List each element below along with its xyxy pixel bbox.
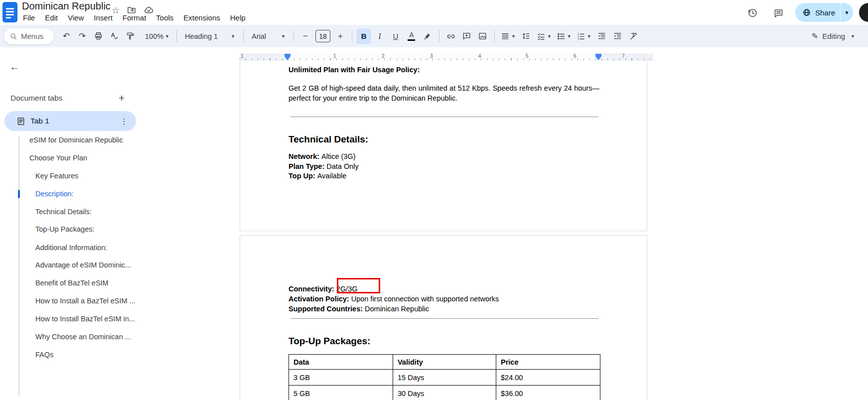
field-line: Connectivity:2G/3G	[289, 284, 499, 294]
technical-details-fields[interactable]: Network:Altice (3G) Plan Type:Data Only …	[289, 152, 359, 181]
font-family-select[interactable]: Arial▼	[248, 28, 289, 44]
menu-format[interactable]: Format	[118, 12, 151, 23]
outline-item[interactable]: Key Features	[35, 172, 78, 180]
document-page-2[interactable]: Connectivity:2G/3G Activation Policy:Upo…	[240, 235, 647, 400]
menu-view[interactable]: View	[63, 12, 89, 23]
google-docs-logo-icon[interactable]	[2, 2, 17, 22]
field-line: Plan Type:Data Only	[289, 162, 359, 172]
insert-image-icon[interactable]	[475, 28, 490, 44]
outline-item[interactable]: How to Install a BazTel eSIM ...	[35, 297, 136, 305]
paragraph-bold-heading[interactable]: Unlimited Plan with Fair Usage Policy:	[289, 66, 420, 74]
checklist-icon[interactable]: ▼	[535, 28, 554, 44]
zoom-select[interactable]: 100%▼	[142, 28, 172, 44]
table-cell[interactable]: 30 Days	[393, 386, 496, 400]
decrease-indent-icon[interactable]	[594, 28, 609, 44]
underline-button[interactable]: U	[388, 28, 403, 44]
outline-item[interactable]: FAQs	[35, 351, 53, 359]
line-spacing-icon[interactable]	[519, 28, 534, 44]
account-avatar[interactable]	[859, 3, 868, 22]
paragraph-style-select[interactable]: Heading 1▼	[181, 28, 239, 44]
pencil-icon: ✎	[812, 31, 818, 41]
insert-link-icon[interactable]	[443, 28, 458, 44]
italic-button[interactable]: I	[372, 28, 387, 44]
menubar: File Edit View Insert Format Tools Exten…	[18, 12, 251, 23]
menu-file[interactable]: File	[18, 12, 40, 23]
table-header-cell[interactable]: Validity	[393, 355, 496, 370]
table-header-row: Data Validity Price	[289, 355, 600, 370]
section-heading[interactable]: Top-Up Packages:	[289, 336, 370, 347]
field-line: Supported Countries:Dominican Republic	[289, 304, 499, 314]
share-dropdown-caret[interactable]: ▼	[841, 10, 853, 15]
comments-icon[interactable]	[769, 4, 787, 22]
menu-extensions[interactable]: Extensions	[178, 12, 225, 23]
table-cell[interactable]: $36.00	[496, 386, 600, 400]
right-indent-marker-triangle[interactable]	[595, 56, 601, 60]
outline-item[interactable]: Benefit of BazTel eSIM	[35, 279, 109, 287]
toolbar: Menus ↶ ↷ 100%▼ Heading 1▼ Arial▼ − 18 +…	[0, 25, 868, 47]
undo-button[interactable]: ↶	[59, 28, 74, 44]
outline-item[interactable]: How to Install BazTel eSIM in...	[35, 315, 135, 323]
tab-options-icon[interactable]: ⋮	[120, 117, 128, 126]
table-row: 3 GB 15 Days $24.00	[289, 370, 600, 386]
menu-edit[interactable]: Edit	[40, 12, 63, 23]
outline-item[interactable]: eSIM for Dominican Republic	[29, 136, 123, 144]
outline-item[interactable]: Technical Details:	[35, 208, 92, 216]
bulleted-list-icon[interactable]: ▼	[555, 28, 574, 44]
table-header-cell[interactable]: Price	[496, 355, 600, 370]
decrease-font-size-button[interactable]: −	[298, 28, 313, 44]
outline-item-active[interactable]: Description:	[35, 190, 74, 198]
outline-active-indicator	[18, 190, 20, 198]
outline-item[interactable]: Top-Up Packages:	[35, 225, 94, 233]
document-page-1[interactable]: Unlimited Plan with Fair Usage Policy: G…	[240, 62, 647, 231]
table-cell[interactable]: $24.00	[496, 370, 600, 386]
table-cell[interactable]: 3 GB	[289, 370, 393, 386]
editing-mode-select[interactable]: ✎ Editing ▼	[812, 25, 855, 47]
highlight-color-icon[interactable]	[420, 28, 435, 44]
add-comment-icon[interactable]	[459, 28, 474, 44]
red-annotation-box	[337, 278, 380, 293]
document-tabs-sidebar: ← Document tabs + Tab 1 ⋮ eSIM for Domin…	[0, 47, 234, 400]
back-arrow-button[interactable]: ←	[7, 59, 22, 74]
table-row: 5 GB 30 Days $36.00	[289, 386, 600, 400]
align-icon[interactable]: ▼	[499, 28, 518, 44]
tab-item-tab1[interactable]: Tab 1 ⋮	[4, 111, 136, 131]
spellcheck-icon[interactable]	[107, 28, 122, 44]
increase-indent-icon[interactable]	[610, 28, 625, 44]
globe-icon	[802, 8, 811, 17]
outline-item[interactable]: Additional Information:	[35, 244, 107, 252]
share-button[interactable]: Share ▼	[795, 3, 853, 22]
document-title[interactable]: Dominican Republic	[22, 0, 111, 12]
print-icon[interactable]	[91, 28, 106, 44]
menu-tools[interactable]: Tools	[151, 12, 178, 23]
menu-insert[interactable]: Insert	[89, 12, 118, 23]
field-line: Activation Policy:Upon first connection …	[289, 294, 499, 304]
section-heading[interactable]: Technical Details:	[289, 134, 368, 145]
font-size-input[interactable]: 18	[315, 30, 330, 42]
topup-packages-table[interactable]: Data Validity Price 3 GB 15 Days $24.00 …	[289, 354, 600, 400]
outline-item[interactable]: Why Choose an Dominican ...	[35, 333, 131, 341]
bold-button[interactable]: B	[356, 28, 371, 44]
version-history-icon[interactable]	[743, 4, 761, 22]
connectivity-fields[interactable]: Connectivity:2G/3G Activation Policy:Upo…	[289, 284, 499, 314]
increase-font-size-button[interactable]: +	[333, 28, 348, 44]
text-color-button[interactable]: A	[404, 28, 419, 44]
table-cell[interactable]: 5 GB	[289, 386, 393, 400]
outline-item[interactable]: Choose Your Plan	[29, 154, 87, 162]
horizontal-rule	[290, 318, 598, 319]
redo-button[interactable]: ↷	[75, 28, 90, 44]
add-tab-button[interactable]: +	[116, 91, 128, 105]
clear-formatting-icon[interactable]	[626, 28, 641, 44]
table-cell[interactable]: 15 Days	[393, 370, 496, 386]
horizontal-ruler[interactable]: 1 1 2 3 4 5 6 7	[240, 53, 653, 61]
table-header-cell[interactable]: Data	[289, 355, 393, 370]
document-tabs-header: Document tabs	[10, 94, 62, 103]
app-header: Dominican Republic ☆ File Edit View Inse…	[0, 0, 868, 25]
search-menus-button[interactable]: Menus	[4, 28, 54, 44]
search-icon	[9, 32, 17, 40]
body-paragraph[interactable]: Get 2 GB of high-speed data daily, then …	[289, 84, 599, 103]
first-line-indent-marker[interactable]	[285, 56, 290, 60]
outline-item[interactable]: Advantage of eSIM Dominic...	[35, 261, 131, 269]
numbered-list-icon[interactable]: 123▼	[575, 28, 593, 44]
menu-help[interactable]: Help	[225, 12, 251, 23]
paint-format-icon[interactable]	[123, 28, 138, 44]
